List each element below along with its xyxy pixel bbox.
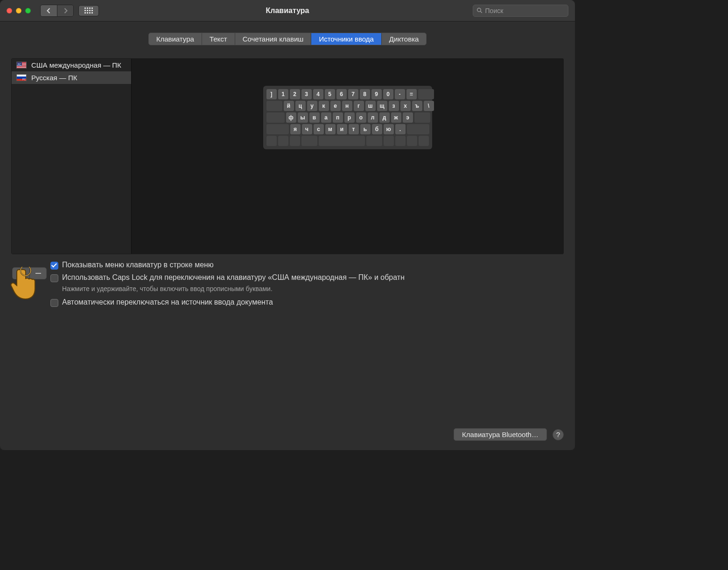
key: = xyxy=(406,89,417,99)
key-space xyxy=(319,136,365,146)
key: р xyxy=(344,112,355,123)
key: 6 xyxy=(336,89,347,99)
key-fn xyxy=(266,136,277,146)
key: п xyxy=(333,112,343,123)
key-opt-left xyxy=(290,136,300,146)
key: г xyxy=(354,101,364,111)
key: к xyxy=(319,101,329,111)
key: м xyxy=(325,124,336,134)
key: \ xyxy=(424,101,434,111)
key: ц xyxy=(295,101,306,111)
key: ь xyxy=(360,124,371,134)
window-controls xyxy=(7,8,31,14)
source-item-ru[interactable]: Русская — ПК xyxy=(12,71,131,84)
input-sources-panel: США международная — ПК Русская — ПК ] 1 … xyxy=(11,58,564,254)
titlebar: Клавиатура xyxy=(0,0,575,21)
search-field[interactable] xyxy=(473,5,568,17)
tab-bar: Клавиатура Текст Сочетания клавиш Источн… xyxy=(148,33,427,45)
checkbox-show-menu[interactable] xyxy=(50,262,58,270)
key-capslock xyxy=(266,112,285,123)
forward-button[interactable] xyxy=(57,5,73,16)
key-arrows xyxy=(419,136,429,146)
key: в xyxy=(309,112,320,123)
zoom-window[interactable] xyxy=(25,8,31,14)
tab-text[interactable]: Текст xyxy=(202,33,235,45)
key-tab xyxy=(266,101,282,111)
key: ы xyxy=(298,112,308,123)
grid-icon xyxy=(84,7,93,14)
key-cmd-right xyxy=(366,136,382,146)
show-all-button[interactable] xyxy=(78,5,99,16)
key: ф xyxy=(286,112,296,123)
key: с xyxy=(314,124,324,134)
key: у xyxy=(307,101,317,111)
key: ю xyxy=(384,124,394,134)
key: ж xyxy=(391,112,401,123)
preferences-window: Клавиатура Клавиатура Текст Сочетания кл… xyxy=(0,0,575,450)
key: 2 xyxy=(290,89,300,99)
tab-dictation[interactable]: Диктовка xyxy=(381,33,427,45)
key: ч xyxy=(302,124,312,134)
checkbox-auto-switch[interactable] xyxy=(50,299,58,307)
key: 1 xyxy=(278,89,288,99)
key-ctrl xyxy=(278,136,288,146)
close-window[interactable] xyxy=(7,8,12,14)
key: ш xyxy=(365,101,376,111)
search-input[interactable] xyxy=(485,7,565,14)
key-opt-right xyxy=(384,136,394,146)
hint-caps-lock: Нажмите и удерживайте, чтобы включить вв… xyxy=(50,285,405,292)
key: д xyxy=(379,112,390,123)
back-button[interactable] xyxy=(41,5,57,16)
key: - xyxy=(395,89,405,99)
source-label: США международная — ПК xyxy=(31,61,121,69)
tab-input-sources[interactable]: Источники ввода xyxy=(311,33,381,45)
key: ъ xyxy=(412,101,422,111)
minimize-window[interactable] xyxy=(16,8,21,14)
label-show-menu: Показывать меню клавиатур в строке меню xyxy=(62,261,214,269)
key-shift-left xyxy=(266,124,289,134)
flag-us-icon xyxy=(16,62,27,69)
svg-point-0 xyxy=(477,8,481,12)
key: 7 xyxy=(348,89,358,99)
key: х xyxy=(400,101,411,111)
key: я xyxy=(290,124,301,134)
key: ] xyxy=(266,89,277,99)
help-button[interactable]: ? xyxy=(553,429,564,440)
tab-shortcuts[interactable]: Сочетания клавиш xyxy=(235,33,311,45)
key: 3 xyxy=(301,89,312,99)
key: 5 xyxy=(325,89,335,99)
chevron-left-icon xyxy=(46,7,51,14)
key: о xyxy=(356,112,366,123)
source-label: Русская — ПК xyxy=(31,74,77,82)
label-caps-switch: Использовать Caps Lock для переключения … xyxy=(62,273,405,282)
key-shift-right xyxy=(407,124,429,134)
nav-buttons xyxy=(40,5,74,17)
bluetooth-keyboard-button[interactable]: Клавиатура Bluetooth… xyxy=(454,428,547,441)
key-arrows xyxy=(407,136,417,146)
key: т xyxy=(349,124,359,134)
key: и xyxy=(337,124,347,134)
chevron-right-icon xyxy=(63,7,68,14)
key-cmd-left xyxy=(301,136,317,146)
svg-line-1 xyxy=(480,11,482,13)
flag-ru-icon xyxy=(16,74,27,81)
key: е xyxy=(330,101,341,111)
checkbox-caps-switch[interactable] xyxy=(50,274,58,282)
key: а xyxy=(321,112,331,123)
key: н xyxy=(342,101,352,111)
source-list[interactable]: США международная — ПК Русская — ПК xyxy=(12,59,132,254)
key: л xyxy=(368,112,378,123)
key: б xyxy=(372,124,382,134)
key: 0 xyxy=(383,89,393,99)
key-arrows xyxy=(395,136,406,146)
source-item-us[interactable]: США международная — ПК xyxy=(12,59,131,71)
tab-keyboard[interactable]: Клавиатура xyxy=(149,33,202,45)
key: щ xyxy=(377,101,387,111)
label-auto-switch: Автоматически переключаться на источник … xyxy=(62,298,273,306)
keyboard: ] 1 2 3 4 5 6 7 8 9 0 - = xyxy=(263,86,432,149)
key: . xyxy=(395,124,406,134)
key: 9 xyxy=(371,89,382,99)
key: 4 xyxy=(313,89,323,99)
key: й xyxy=(284,101,294,111)
instructional-pointer-icon xyxy=(10,267,37,303)
